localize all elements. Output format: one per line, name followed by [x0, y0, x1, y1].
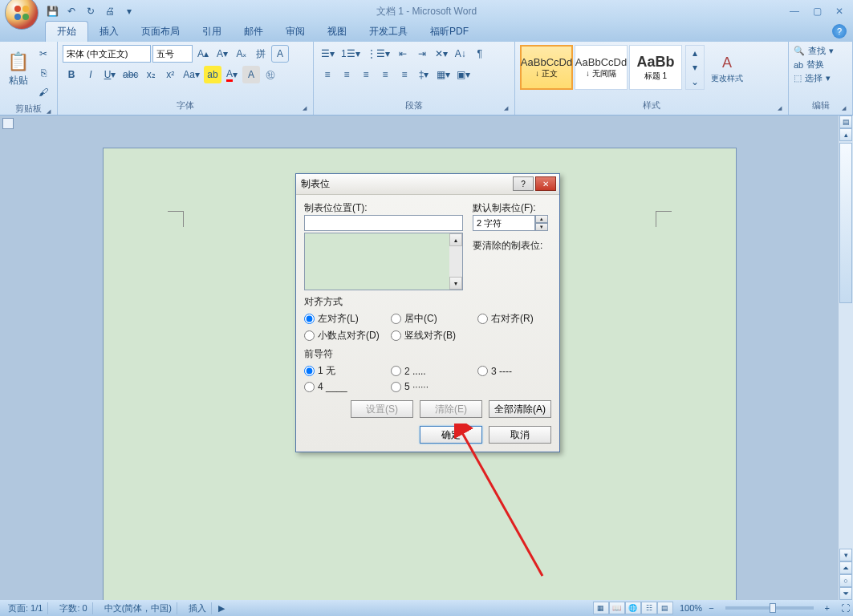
zoom-out-icon[interactable]: − [709, 603, 713, 613]
list-scroll-up-icon[interactable]: ▴ [449, 233, 462, 246]
leader-1-radio[interactable]: 1 无 [304, 364, 391, 378]
status-words[interactable]: 字数: 0 [55, 602, 92, 614]
justify-icon[interactable]: ≡ [376, 66, 394, 83]
zoom-level[interactable]: 100% [680, 603, 702, 613]
distribute-icon[interactable]: ≡ [396, 66, 413, 83]
align-right-icon[interactable]: ≡ [357, 66, 375, 83]
scroll-thumb[interactable] [839, 143, 852, 303]
scroll-down-icon[interactable]: ▾ [839, 549, 852, 561]
ruler-toggle-icon[interactable]: ▤ [839, 116, 852, 128]
font-size-select[interactable]: 五号 [152, 45, 193, 63]
qat-dropdown-icon[interactable]: ▾ [120, 2, 138, 20]
tab-position-list[interactable]: ▴ ▾ [304, 233, 463, 290]
font-name-select[interactable]: 宋体 (中文正文) [63, 45, 151, 63]
macro-record-icon[interactable]: ▶ [218, 603, 225, 614]
tab-foxit[interactable]: 福昕PDF [419, 22, 480, 42]
next-page-icon[interactable]: ⏷ [839, 587, 852, 600]
minimize-button[interactable]: — [784, 5, 805, 18]
ok-button[interactable]: 确定 [420, 426, 482, 444]
leader-5-radio[interactable]: 5 ······ [391, 381, 477, 392]
tab-review[interactable]: 审阅 [274, 22, 316, 42]
show-marks-icon[interactable]: ¶ [471, 45, 489, 63]
prev-page-icon[interactable]: ⏶ [839, 561, 852, 574]
clear-button[interactable]: 清除(E) [420, 400, 482, 418]
borders-icon[interactable]: ▣▾ [454, 66, 473, 83]
help-icon[interactable]: ? [832, 24, 847, 38]
tab-references[interactable]: 引用 [191, 22, 233, 42]
default-tab-input[interactable] [473, 215, 535, 231]
undo-icon[interactable]: ↶ [63, 2, 80, 20]
align-decimal-radio[interactable]: 小数点对齐(D) [304, 329, 391, 342]
style-scroll-down-icon[interactable]: ▾ [686, 60, 704, 75]
indent-dec-icon[interactable]: ⇤ [394, 45, 412, 63]
style-scroll-up-icon[interactable]: ▴ [686, 46, 704, 60]
fullscreen-icon[interactable]: ⛶ [841, 603, 850, 613]
subscript-icon[interactable]: x₂ [142, 66, 160, 83]
print-icon[interactable]: 🖨 [101, 2, 119, 20]
tab-insert[interactable]: 插入 [88, 22, 130, 42]
cancel-button[interactable]: 取消 [489, 426, 551, 444]
select-button[interactable]: ⬚选择 ▾ [794, 72, 831, 84]
status-insert-mode[interactable]: 插入 [184, 602, 212, 614]
numbering-icon[interactable]: 1☰▾ [339, 45, 363, 63]
align-left-icon[interactable]: ≡ [319, 66, 336, 83]
bullets-icon[interactable]: ☰▾ [319, 45, 337, 63]
tab-position-input[interactable] [304, 215, 463, 231]
view-web-icon[interactable]: 🌐 [625, 602, 641, 614]
grow-font-icon[interactable]: A▴ [194, 45, 212, 63]
cut-icon[interactable]: ✂ [35, 45, 52, 63]
browse-object-icon[interactable]: ○ [839, 574, 852, 587]
leader-2-radio[interactable]: 2 ..... [391, 364, 477, 378]
tab-home[interactable]: 开始 [45, 21, 88, 42]
highlight-icon[interactable]: ab [204, 66, 221, 83]
style-heading1[interactable]: AaBb 标题 1 [629, 45, 682, 90]
maximize-button[interactable]: ▢ [806, 5, 827, 18]
scroll-up-icon[interactable]: ▴ [839, 128, 852, 141]
dialog-help-icon[interactable]: ? [513, 176, 534, 191]
char-shading-icon[interactable]: A [242, 66, 260, 83]
status-page[interactable]: 页面: 1/1 [3, 602, 48, 614]
view-read-icon[interactable]: 📖 [609, 602, 625, 614]
set-button[interactable]: 设置(S) [351, 400, 413, 418]
align-bar-radio[interactable]: 竖线对齐(B) [391, 329, 477, 342]
phonetic-icon[interactable]: 拼 [252, 45, 270, 63]
indent-inc-icon[interactable]: ⇥ [413, 45, 431, 63]
list-scroll-down-icon[interactable]: ▾ [449, 277, 462, 290]
shading-icon[interactable]: ▦▾ [434, 66, 453, 83]
underline-icon[interactable]: U▾ [101, 66, 119, 83]
tab-selector[interactable] [2, 118, 14, 129]
change-styles-button[interactable]: A 更改样式 [708, 45, 746, 93]
find-button[interactable]: 🔍查找 ▾ [794, 45, 834, 57]
tab-developer[interactable]: 开发工具 [358, 22, 419, 42]
shrink-font-icon[interactable]: A▾ [213, 45, 231, 63]
dialog-close-icon[interactable]: ✕ [535, 176, 556, 191]
text-direction-icon[interactable]: ✕▾ [433, 45, 450, 63]
tab-mail[interactable]: 邮件 [233, 22, 274, 42]
spin-up-icon[interactable]: ▴ [535, 215, 548, 223]
clear-all-button[interactable]: 全部清除(A) [489, 400, 551, 418]
vertical-scrollbar[interactable]: ▤ ▴ ▾ ⏶ ○ ⏷ [839, 116, 853, 600]
spin-down-icon[interactable]: ▾ [535, 223, 548, 231]
close-button[interactable]: ✕ [829, 5, 850, 18]
bold-icon[interactable]: B [63, 66, 80, 83]
view-draft-icon[interactable]: ▤ [657, 602, 673, 614]
char-border-icon[interactable]: A [271, 45, 289, 63]
leader-4-radio[interactable]: 4 ____ [304, 381, 391, 392]
paste-button[interactable]: 📋 粘贴 [5, 45, 31, 93]
redo-icon[interactable]: ↻ [82, 2, 100, 20]
superscript-icon[interactable]: x² [161, 66, 179, 83]
tab-view[interactable]: 视图 [316, 22, 358, 42]
view-outline-icon[interactable]: ☷ [641, 602, 657, 614]
align-center-icon[interactable]: ≡ [338, 66, 355, 83]
format-painter-icon[interactable]: 🖌 [35, 83, 52, 101]
multilevel-icon[interactable]: ⋮☰▾ [364, 45, 392, 63]
leader-3-radio[interactable]: 3 ---- [477, 364, 550, 378]
line-spacing-icon[interactable]: ‡▾ [415, 66, 433, 83]
replace-button[interactable]: ab替换 [794, 59, 824, 71]
tab-layout[interactable]: 页面布局 [130, 22, 191, 42]
align-center-radio[interactable]: 居中(C) [391, 312, 477, 326]
font-color-icon[interactable]: A▾ [223, 66, 241, 83]
enclose-char-icon[interactable]: ㊓ [262, 66, 279, 83]
style-more-icon[interactable]: ⌄ [686, 75, 704, 89]
save-icon[interactable]: 💾 [43, 2, 61, 20]
